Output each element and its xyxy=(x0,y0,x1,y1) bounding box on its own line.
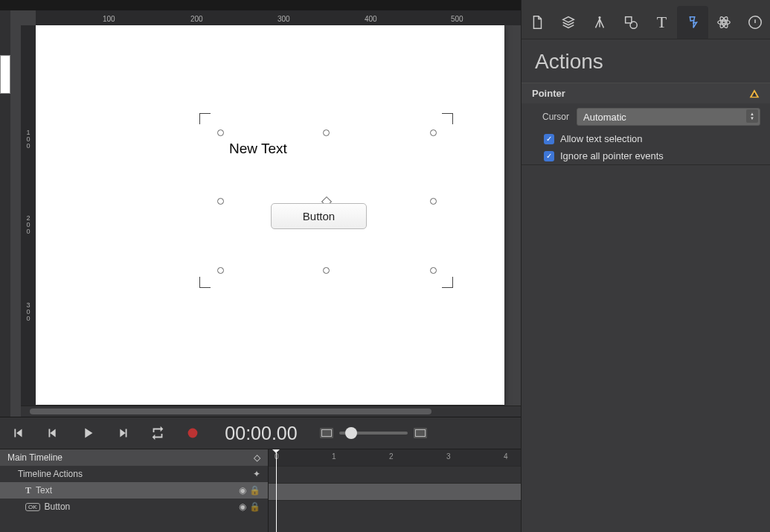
layer-row-text[interactable]: T Text ◉ 🔒 xyxy=(0,482,268,499)
svg-rect-9 xyxy=(754,92,754,94)
stage[interactable]: New Text Button xyxy=(36,25,521,406)
time-mark: 2 xyxy=(389,452,394,461)
tab-typography[interactable]: T xyxy=(647,6,678,39)
resize-handle[interactable] xyxy=(430,198,437,205)
button-layer-icon: OK xyxy=(25,503,40,511)
canvas-scrollbar-h[interactable] xyxy=(21,406,522,417)
lock-icon[interactable]: 🔒 xyxy=(249,501,260,512)
visibility-icon[interactable]: ◉ xyxy=(239,501,246,512)
section-header-label: Pointer xyxy=(532,88,565,99)
section-header-pointer: Pointer xyxy=(522,83,770,103)
resize-handle[interactable] xyxy=(217,267,224,274)
resize-handle[interactable] xyxy=(217,198,224,205)
resize-handle[interactable] xyxy=(323,267,330,274)
checkbox-checked-icon[interactable]: ✓ xyxy=(544,151,554,161)
loop-button[interactable] xyxy=(140,417,175,449)
add-action-icon[interactable]: ✦ xyxy=(253,469,260,479)
resize-handle[interactable] xyxy=(430,267,437,274)
selection-corner[interactable] xyxy=(199,113,211,124)
tab-document[interactable] xyxy=(522,6,553,39)
resize-handle[interactable] xyxy=(217,129,224,136)
timeline-name-row[interactable]: Main Timeline ◇ xyxy=(0,449,268,466)
scene-page[interactable]: New Text Button xyxy=(36,25,504,405)
zoom-slider[interactable] xyxy=(339,432,408,435)
step-forward-button[interactable] xyxy=(105,417,140,449)
ruler-tick: 300 xyxy=(277,15,290,23)
tab-shape[interactable] xyxy=(615,6,647,39)
tab-element[interactable] xyxy=(584,6,615,39)
timeline-actions-row[interactable]: Timeline Actions ✦ xyxy=(0,466,268,482)
scene-thumbnail[interactable] xyxy=(0,55,10,94)
warning-icon[interactable] xyxy=(748,89,760,99)
allow-text-selection-label: Allow text selection xyxy=(560,133,643,144)
allow-text-selection-row[interactable]: ✓ Allow text selection xyxy=(522,130,770,147)
ignore-pointer-events-label: Ignore all pointer events xyxy=(560,150,664,161)
ruler-tick-v: 200 xyxy=(21,215,36,235)
timeline-stepper-icon[interactable]: ◇ xyxy=(254,452,260,463)
svg-point-0 xyxy=(187,429,197,438)
ruler-tick: 500 xyxy=(451,15,463,23)
record-button[interactable] xyxy=(175,417,210,449)
ruler-tick: 100 xyxy=(103,15,115,23)
section-pointer: Pointer Cursor Automatic ▲▼ ✓ Allow text… xyxy=(522,83,770,165)
button-element[interactable]: Button xyxy=(271,203,367,229)
button-element-label: Button xyxy=(303,210,335,222)
track-actions[interactable] xyxy=(269,466,521,483)
selection-corner[interactable] xyxy=(199,277,211,288)
inspector-panel: T Actions Pointer Cursor Automatic ▲▼ ✓ … xyxy=(521,0,770,532)
timeline-tracks[interactable]: 0 1 2 3 4 xyxy=(269,449,521,532)
layer-label: Button xyxy=(45,501,71,512)
inspector-tabs: T xyxy=(522,0,770,39)
ruler-tick: 200 xyxy=(190,15,203,23)
ruler-tick-v: 300 xyxy=(21,302,36,322)
zoom-slider-knob[interactable] xyxy=(345,427,357,439)
transport-bar: 00:00.00 xyxy=(0,417,521,449)
timeline-name-label: Main Timeline xyxy=(7,452,62,463)
cursor-label: Cursor xyxy=(532,112,569,122)
scene-panel xyxy=(0,10,10,417)
ruler-horizontal: 100 200 300 400 500 xyxy=(36,10,521,26)
cursor-select[interactable]: Automatic ▲▼ xyxy=(577,108,760,126)
playhead[interactable] xyxy=(276,449,277,532)
jump-start-button[interactable] xyxy=(0,417,35,449)
step-back-button[interactable] xyxy=(35,417,70,449)
ignore-pointer-events-row[interactable]: ✓ Ignore all pointer events xyxy=(522,147,770,164)
timeline-panel: 00:00.00 Main Timeline ◇ Timeline Action… xyxy=(0,417,521,532)
zoom-out-icon[interactable] xyxy=(320,428,333,438)
timeline-ruler[interactable]: 0 1 2 3 4 xyxy=(269,449,521,466)
resize-handle[interactable] xyxy=(323,129,330,136)
inspector-title: Actions xyxy=(522,39,770,83)
layer-label: Text xyxy=(36,485,52,496)
play-button[interactable] xyxy=(70,417,105,449)
text-element[interactable]: New Text xyxy=(229,141,287,157)
svg-point-3 xyxy=(630,22,637,28)
scrollbar-thumb[interactable] xyxy=(30,408,431,414)
lock-icon[interactable]: 🔒 xyxy=(249,485,260,496)
cursor-row: Cursor Automatic ▲▼ xyxy=(522,103,770,130)
tab-actions[interactable] xyxy=(677,6,708,39)
svg-point-4 xyxy=(722,21,725,24)
cursor-select-value: Automatic xyxy=(583,112,626,123)
checkbox-checked-icon[interactable]: ✓ xyxy=(544,134,554,144)
visibility-icon[interactable]: ◉ xyxy=(239,485,246,496)
tab-metrics[interactable] xyxy=(553,6,584,39)
selection-corner[interactable] xyxy=(442,113,453,124)
select-arrows-icon: ▲▼ xyxy=(746,109,758,123)
timecode-display: 00:00.00 xyxy=(210,423,312,444)
ruler-tick-v: 100 xyxy=(21,129,36,150)
track-button[interactable] xyxy=(269,500,521,517)
svg-rect-10 xyxy=(754,95,754,96)
selection-corner[interactable] xyxy=(442,277,453,288)
time-mark: 4 xyxy=(504,452,508,461)
text-icon: T xyxy=(25,485,31,496)
layer-row-button[interactable]: OK Button ◉ 🔒 xyxy=(0,499,268,515)
zoom-in-icon[interactable] xyxy=(414,428,427,438)
resize-handle[interactable] xyxy=(430,129,437,136)
track-text[interactable] xyxy=(269,483,521,500)
timeline-zoom xyxy=(312,428,434,438)
svg-rect-2 xyxy=(625,17,631,23)
time-mark: 3 xyxy=(446,452,451,461)
tab-physics[interactable] xyxy=(708,6,739,39)
ruler-vertical: 100 200 300 xyxy=(21,25,36,406)
tab-identity[interactable] xyxy=(739,6,770,39)
